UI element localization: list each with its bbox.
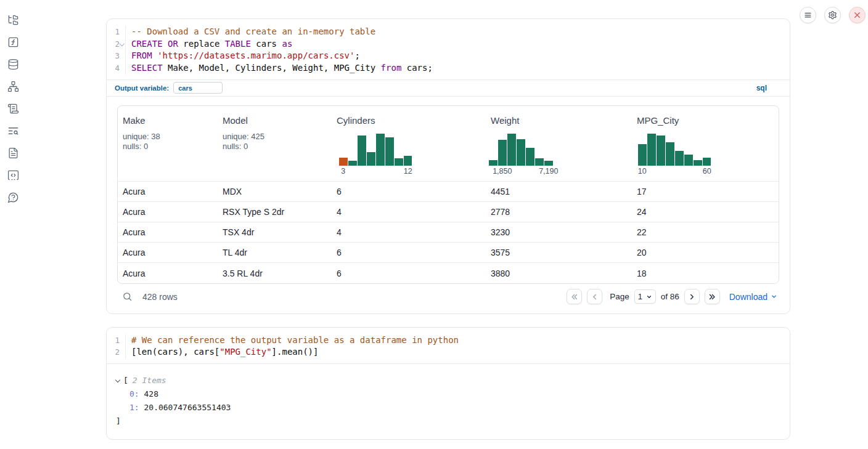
first-page-button[interactable] bbox=[567, 289, 582, 304]
scratchpad-icon[interactable] bbox=[0, 97, 26, 119]
documentation-icon[interactable] bbox=[0, 142, 26, 164]
table-cell: RSX Type S 2dr bbox=[218, 202, 332, 222]
table-cell: Acura bbox=[118, 263, 218, 283]
output-variable-input[interactable] bbox=[173, 82, 223, 94]
table-cell: 2778 bbox=[486, 202, 632, 222]
histogram-cylinders: 312 bbox=[339, 134, 412, 176]
language-badge: sql bbox=[756, 84, 767, 92]
code-line: # We can reference the output variable a… bbox=[131, 334, 790, 347]
table-cell: TL 4dr bbox=[218, 243, 332, 263]
column-header-make[interactable]: Makeunique: 38nulls: 0 bbox=[118, 106, 218, 182]
table-cell: 22 bbox=[632, 222, 779, 243]
open-bracket: [ bbox=[123, 374, 128, 387]
table-footer: 428 rows Page 1 of 86 Download bbox=[117, 288, 779, 306]
line-number: 3 bbox=[107, 50, 125, 62]
collapse-chevron-icon[interactable] bbox=[115, 378, 121, 384]
settings-button[interactable] bbox=[824, 7, 841, 23]
search-icon bbox=[122, 291, 133, 302]
data-table: Makeunique: 38nulls: 0Modelunique: 425nu… bbox=[117, 105, 779, 284]
search-button[interactable] bbox=[122, 291, 133, 302]
download-button[interactable]: Download bbox=[729, 292, 777, 302]
sql-code-editor[interactable]: 1234-- Download a CSV and create an in-m… bbox=[107, 19, 790, 79]
datasources-icon[interactable] bbox=[0, 53, 26, 75]
gear-icon bbox=[828, 10, 837, 20]
table-row[interactable]: AcuraTL 4dr6357520 bbox=[118, 243, 779, 263]
window-actions bbox=[800, 7, 866, 23]
code-line: [len(cars), cars["MPG_City"].mean()] bbox=[131, 346, 790, 358]
table-cell: Acura bbox=[118, 202, 218, 222]
sql-cell: 1234-- Download a CSV and create an in-m… bbox=[106, 18, 790, 314]
line-number: 2 bbox=[107, 346, 125, 358]
table-cell: 18 bbox=[632, 263, 779, 283]
table-row[interactable]: AcuraTSX 4dr4323022 bbox=[118, 222, 779, 243]
tree-item: 0: 428 bbox=[115, 387, 781, 401]
output-variable-row: Output variable: sql bbox=[107, 79, 790, 96]
line-number: 4 bbox=[107, 62, 125, 75]
table-body: AcuraMDX6445117AcuraRSX Type S 2dr427782… bbox=[118, 182, 779, 283]
line-number: 1 bbox=[107, 26, 125, 38]
prev-page-button[interactable] bbox=[587, 289, 602, 304]
table-cell: 24 bbox=[632, 202, 779, 222]
table-cell: TSX 4dr bbox=[218, 222, 332, 243]
table-cell: 17 bbox=[632, 182, 779, 202]
table-cell: 6 bbox=[332, 243, 486, 263]
close-bracket: ] bbox=[115, 415, 781, 428]
column-header-weight[interactable]: Weight1,8507,190 bbox=[486, 106, 632, 182]
python-code-editor[interactable]: 12# We can reference the output variable… bbox=[107, 328, 790, 363]
pagination: Page 1 of 86 bbox=[567, 289, 720, 304]
line-number: 2 bbox=[107, 38, 125, 51]
notebook: 1234-- Download a CSV and create an in-m… bbox=[106, 18, 790, 440]
logs-icon[interactable] bbox=[0, 119, 26, 142]
chevron-down-icon bbox=[771, 293, 777, 300]
table-cell: 4 bbox=[332, 202, 486, 222]
page-select[interactable]: 1 bbox=[634, 289, 656, 304]
table-cell: 3880 bbox=[486, 263, 632, 283]
tree-entries: 0: 4281: 20.060747663551403 bbox=[115, 387, 781, 415]
table-cell: Acura bbox=[118, 222, 218, 243]
snippets-icon[interactable] bbox=[0, 164, 26, 186]
table-row[interactable]: Acura3.5 RL 4dr6388018 bbox=[118, 263, 779, 283]
column-header-model[interactable]: Modelunique: 425nulls: 0 bbox=[218, 106, 332, 182]
fold-chevron-icon[interactable] bbox=[120, 42, 125, 46]
menu-button[interactable] bbox=[800, 7, 816, 23]
last-page-button[interactable] bbox=[705, 289, 720, 304]
download-label: Download bbox=[729, 292, 768, 302]
table-cell: 6 bbox=[332, 263, 486, 283]
table-row[interactable]: AcuraRSX Type S 2dr4277824 bbox=[118, 202, 779, 222]
table-cell: Acura bbox=[118, 182, 218, 202]
code-line: -- Download a CSV and create an in-memor… bbox=[131, 26, 790, 38]
table-cell: 4 bbox=[332, 222, 486, 243]
chevron-right-icon bbox=[687, 293, 696, 301]
dependency-graph-icon[interactable] bbox=[0, 75, 26, 97]
python-output-tree: [ 2 Items 0: 4281: 20.060747663551403 ] bbox=[107, 363, 790, 439]
table-cell: MDX bbox=[218, 182, 332, 202]
chevrons-right-icon bbox=[708, 293, 716, 301]
code-line: CREATE OR replace TABLE cars as bbox=[131, 38, 790, 51]
table-cell: 3230 bbox=[486, 222, 632, 243]
table-cell: 3575 bbox=[486, 243, 632, 263]
help-icon[interactable] bbox=[0, 186, 26, 208]
table-row[interactable]: AcuraMDX6445117 bbox=[118, 182, 779, 202]
table-cell: Acura bbox=[118, 243, 218, 263]
column-header-mpg_city[interactable]: MPG_City1060 bbox=[632, 106, 779, 182]
file-explorer-icon[interactable] bbox=[0, 9, 26, 31]
sidebar bbox=[0, 9, 26, 208]
variables-icon[interactable] bbox=[0, 31, 26, 53]
code-line: FROM 'https://datasets.marimo.app/cars.c… bbox=[131, 50, 790, 62]
page-total: of 86 bbox=[661, 292, 679, 301]
sql-output-area: Makeunique: 38nulls: 0Modelunique: 425nu… bbox=[107, 96, 790, 313]
line-number: 1 bbox=[107, 334, 125, 347]
chevrons-left-icon bbox=[570, 293, 579, 301]
code-line: SELECT Make, Model, Cylinders, Weight, M… bbox=[131, 62, 790, 75]
next-page-button[interactable] bbox=[684, 289, 700, 304]
chevron-left-icon bbox=[591, 293, 599, 301]
table-header-row: Makeunique: 38nulls: 0Modelunique: 425nu… bbox=[118, 106, 779, 182]
tree-item: 1: 20.060747663551403 bbox=[115, 401, 781, 415]
histogram-weight: 1,8507,190 bbox=[489, 134, 553, 176]
table-cell: 4451 bbox=[486, 182, 632, 202]
python-cell: 12# We can reference the output variable… bbox=[106, 327, 790, 440]
chevron-down-icon bbox=[646, 294, 652, 300]
column-header-cylinders[interactable]: Cylinders312 bbox=[332, 106, 486, 182]
shutdown-button[interactable] bbox=[849, 7, 866, 23]
page-label: Page bbox=[610, 292, 629, 301]
